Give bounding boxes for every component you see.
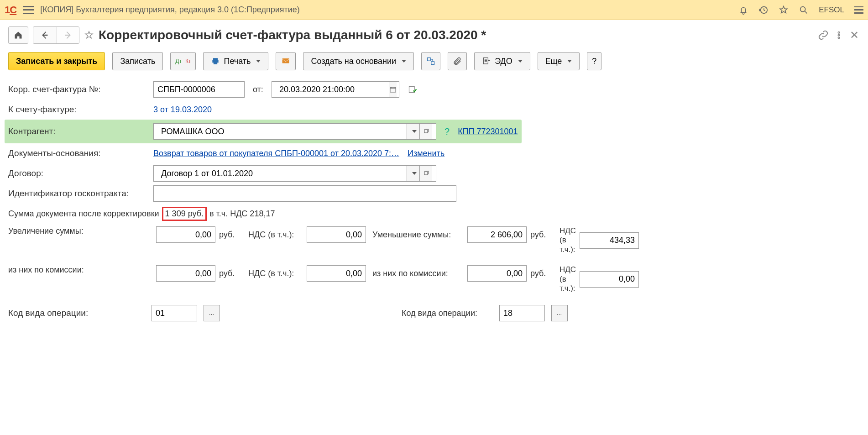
- nds-inc-label: НДС (в т.ч.):: [248, 230, 303, 240]
- comm-dec-input[interactable]: [467, 265, 527, 282]
- svg-point-2: [838, 32, 839, 33]
- calendar-icon[interactable]: [389, 82, 397, 97]
- create-based-button[interactable]: Создать на основании: [303, 52, 414, 70]
- structure-button[interactable]: [421, 52, 440, 70]
- row-corr-sf: Корр. счет-фактура №: от:: [8, 79, 860, 100]
- to-sf-link[interactable]: 3 от 19.03.2020: [153, 105, 212, 115]
- row-counterparty: Контрагент: ? КПП 772301001: [5, 120, 522, 143]
- more-dots-icon[interactable]: [833, 30, 844, 41]
- opcode-left-picker[interactable]: …: [204, 305, 220, 321]
- increase-label: Увеличение суммы:: [8, 226, 145, 236]
- contract-input[interactable]: [157, 166, 407, 181]
- star-icon[interactable]: [779, 5, 789, 15]
- basis-link[interactable]: Возврат товаров от покупателя СПБП-00000…: [153, 149, 399, 158]
- date-combo: [272, 81, 399, 98]
- comm-nds-inc-input[interactable]: [307, 265, 366, 282]
- comm-dec-label: из них по комиссии:: [372, 269, 464, 278]
- row-gov-id: Идентификатор госконтракта:: [8, 183, 860, 204]
- corr-sf-input[interactable]: [153, 81, 245, 98]
- svg-rect-11: [424, 130, 427, 133]
- attachment-button[interactable]: [448, 52, 467, 70]
- decrease-label: Уменьшение суммы:: [372, 230, 464, 240]
- dropdown-icon[interactable]: [407, 166, 419, 181]
- logo-1c: 1C: [5, 4, 16, 16]
- more-label: Еще: [545, 57, 562, 66]
- corr-sf-label: Корр. счет-фактура №:: [8, 84, 145, 94]
- gov-id-input[interactable]: [153, 185, 456, 202]
- svg-rect-9: [390, 87, 396, 92]
- basis-label: Документы-основания:: [8, 148, 145, 158]
- open-ref-icon[interactable]: [419, 166, 432, 181]
- sums-row-2: из них по комиссии: руб. НДС (в т.ч.): и…: [8, 262, 860, 293]
- increase-input[interactable]: [156, 226, 215, 243]
- from-label: от:: [253, 85, 263, 94]
- back-button[interactable]: [33, 27, 56, 43]
- basis-edit-link[interactable]: Изменить: [408, 149, 444, 158]
- status-ok-icon[interactable]: [408, 84, 418, 94]
- more-button[interactable]: Еще: [538, 52, 580, 70]
- svg-rect-7: [431, 62, 434, 65]
- decrease-input[interactable]: [467, 226, 527, 243]
- print-button[interactable]: Печать: [203, 52, 268, 70]
- favorite-star-icon[interactable]: [84, 30, 94, 40]
- kpp-link[interactable]: КПП 772301001: [458, 127, 518, 136]
- counterparty-input[interactable]: [157, 124, 407, 139]
- open-ref-icon[interactable]: [419, 124, 432, 139]
- document-header: Корректировочный счет-фактура выданный 6…: [0, 20, 868, 47]
- opcode-right-picker[interactable]: …: [551, 305, 568, 321]
- save-close-button[interactable]: Записать и закрыть: [8, 52, 105, 70]
- bell-icon[interactable]: [738, 5, 748, 15]
- opcode-right-input[interactable]: [499, 305, 545, 321]
- comm-inc-label: из них по комиссии:: [8, 265, 145, 275]
- home-button[interactable]: [8, 26, 28, 44]
- main-menu-icon[interactable]: [23, 6, 34, 14]
- history-icon[interactable]: [758, 5, 769, 15]
- sum-after-label: Сумма документа после корректировки: [8, 209, 159, 219]
- nds-inc-input[interactable]: [307, 226, 366, 243]
- close-icon[interactable]: ✕: [849, 30, 860, 41]
- document-title: Корректировочный счет-фактура выданный 6…: [99, 28, 486, 42]
- row-opcodes: Код вида операции: … Код вида операции: …: [8, 303, 860, 323]
- svg-rect-6: [428, 58, 431, 61]
- currency-label: руб.: [219, 269, 242, 278]
- chevron-down-icon: [518, 60, 523, 63]
- sum-after-tail: в т.ч. НДС 218,17: [209, 209, 275, 219]
- help-button[interactable]: ?: [587, 52, 601, 70]
- row-basis: Документы-основания: Возврат товаров от …: [8, 143, 860, 163]
- top-icons: EFSOL: [738, 5, 863, 15]
- dt-kt-button[interactable]: ДтКт: [170, 52, 196, 70]
- currency-label: руб.: [530, 230, 553, 240]
- email-button[interactable]: [276, 52, 296, 70]
- svg-rect-8: [484, 58, 488, 64]
- row-contract: Договор:: [8, 163, 860, 183]
- sums-row-1: Увеличение суммы: руб. НДС (в т.ч.): Уме…: [8, 224, 860, 254]
- settings-menu-icon[interactable]: [854, 6, 863, 14]
- app-title: [КОПИЯ] Бухгалтерия предприятия, редакци…: [40, 5, 732, 15]
- nds-dec-input[interactable]: [580, 232, 639, 249]
- comm-nds-dec-input[interactable]: [580, 271, 639, 288]
- svg-point-1: [800, 6, 805, 11]
- contract-combo: [153, 165, 436, 182]
- save-button[interactable]: Записать: [112, 52, 163, 70]
- forward-button: [56, 27, 79, 43]
- to-sf-label: К счету-фактуре:: [8, 105, 145, 115]
- opcode-left-input[interactable]: [152, 305, 197, 321]
- date-input[interactable]: [276, 82, 389, 97]
- print-label: Печать: [224, 57, 251, 66]
- dropdown-icon[interactable]: [407, 124, 419, 139]
- svg-point-3: [838, 34, 839, 36]
- edo-label: ЭДО: [495, 57, 512, 66]
- comm-inc-input[interactable]: [156, 265, 215, 282]
- chevron-down-icon: [402, 60, 406, 63]
- counterparty-help-icon[interactable]: ?: [444, 126, 450, 137]
- gov-id-label: Идентификатор госконтракта:: [8, 189, 145, 199]
- edo-button[interactable]: ЭДО: [474, 52, 530, 70]
- link-icon[interactable]: [818, 30, 829, 41]
- chevron-down-icon: [256, 60, 261, 63]
- currency-label: руб.: [530, 269, 553, 278]
- svg-rect-12: [424, 172, 427, 175]
- search-icon[interactable]: [799, 5, 809, 15]
- user-label[interactable]: EFSOL: [819, 5, 844, 15]
- comm-nds-inc-label: НДС (в т.ч.):: [248, 269, 303, 278]
- svg-point-4: [838, 37, 839, 38]
